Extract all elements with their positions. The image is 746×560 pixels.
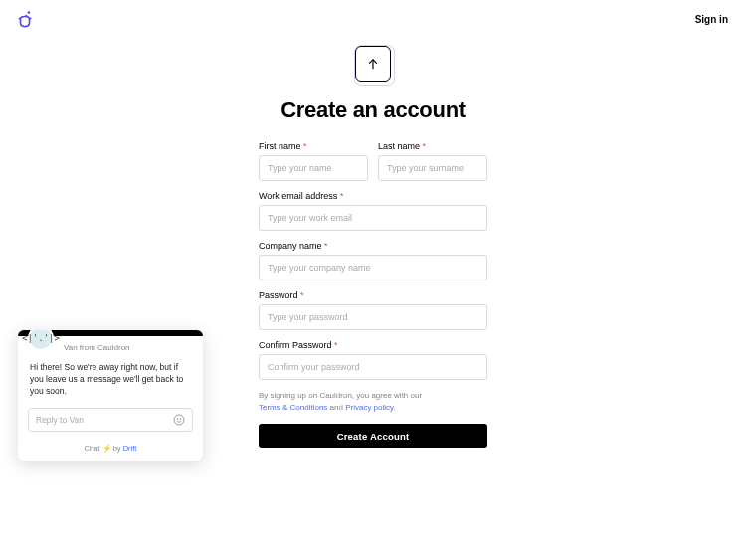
drift-link[interactable]: Drift — [123, 444, 137, 453]
chat-from-label: Van from Cauldron — [64, 343, 130, 352]
last-name-input[interactable] — [378, 155, 487, 181]
arrow-up-icon — [366, 57, 380, 71]
password-label: Password * — [259, 290, 487, 300]
password-input[interactable] — [259, 304, 487, 330]
chat-widget: <|'.'|> Van from Cauldron Hi there! So w… — [18, 330, 203, 461]
emoji-icon[interactable] — [173, 414, 185, 426]
email-label: Work email address * — [259, 191, 487, 201]
bolt-icon: ⚡ — [102, 444, 111, 453]
first-name-input[interactable] — [259, 155, 368, 181]
terms-link[interactable]: Terms & Conditions — [259, 403, 327, 412]
cauldron-logo-icon[interactable] — [17, 10, 33, 28]
chat-footer: Chat ⚡ by Drift — [18, 440, 203, 461]
chat-message: Hi there! So we're away right now, but i… — [18, 354, 203, 408]
svg-point-5 — [180, 419, 181, 420]
email-input[interactable] — [259, 205, 487, 231]
svg-point-0 — [28, 11, 31, 14]
svg-point-3 — [174, 415, 184, 425]
signup-form: First name * Last name * Work email addr… — [259, 141, 487, 448]
company-input[interactable] — [259, 255, 487, 280]
confirm-password-label: Confirm Password * — [259, 340, 487, 350]
chat-avatar-icon: <|'.'|> — [28, 330, 54, 351]
upload-avatar-box[interactable] — [355, 46, 391, 82]
confirm-password-input[interactable] — [259, 354, 487, 380]
svg-point-4 — [177, 419, 178, 420]
legal-text: By signing up on Cauldron, you agree wit… — [259, 390, 487, 414]
sign-in-link[interactable]: Sign in — [695, 14, 728, 25]
chat-reply-input[interactable] — [36, 415, 173, 425]
chat-reply-box[interactable] — [28, 408, 193, 432]
privacy-link[interactable]: Privacy policy — [345, 403, 393, 412]
first-name-label: First name * — [259, 141, 368, 151]
last-name-label: Last name * — [378, 141, 487, 151]
page-title: Create an account — [280, 97, 466, 123]
company-label: Company name * — [259, 241, 487, 251]
create-account-button[interactable]: Create Account — [259, 424, 487, 448]
